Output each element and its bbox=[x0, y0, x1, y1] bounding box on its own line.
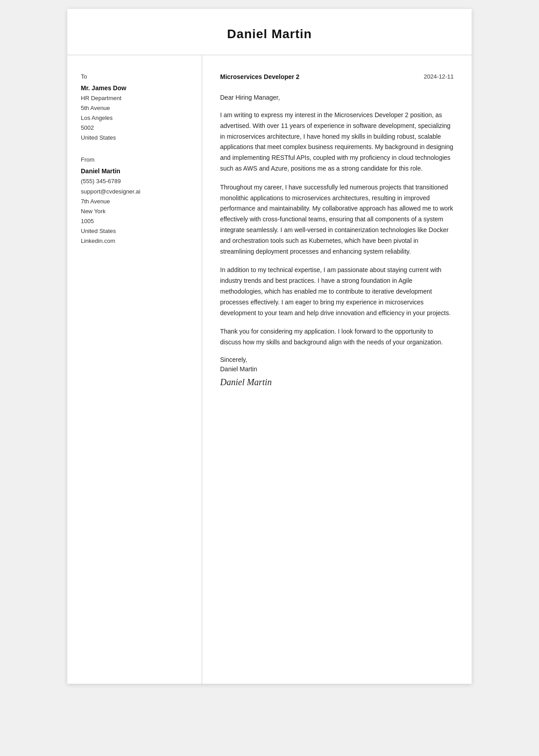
recipient-department: HR Department bbox=[81, 93, 188, 103]
right-header: Microservices Developer 2 2024-12-11 bbox=[220, 73, 454, 80]
recipient-name: Mr. James Dow bbox=[81, 84, 188, 92]
sender-country: United States bbox=[81, 226, 188, 236]
closing-name: Daniel Martin bbox=[220, 365, 454, 373]
recipient-country: United States bbox=[81, 133, 188, 143]
recipient-street: 5th Avenue bbox=[81, 103, 188, 113]
letter-date: 2024-12-11 bbox=[424, 73, 454, 80]
page-header: Daniel Martin bbox=[67, 9, 472, 55]
closing: Sincerely, bbox=[220, 356, 454, 363]
recipient-city: Los Angeles bbox=[81, 113, 188, 123]
paragraph-3: In addition to my technical expertise, I… bbox=[220, 265, 454, 318]
left-column: To Mr. James Dow HR Department 5th Avenu… bbox=[67, 55, 202, 684]
paragraph-2: Throughout my career, I have successfull… bbox=[220, 182, 454, 257]
paragraph-1: I am writing to express my interest in t… bbox=[220, 110, 454, 174]
job-title: Microservices Developer 2 bbox=[220, 73, 300, 80]
sender-email: support@cvdesigner.ai bbox=[81, 187, 188, 197]
signature: Daniel Martin bbox=[220, 377, 454, 387]
sender-phone: (555) 345-6789 bbox=[81, 176, 188, 186]
sender-city: New York bbox=[81, 207, 188, 216]
sender-street: 7th Avenue bbox=[81, 197, 188, 207]
letter-body: To Mr. James Dow HR Department 5th Avenu… bbox=[67, 55, 472, 684]
sender-zip: 1005 bbox=[81, 216, 188, 226]
sender-name: Daniel Martin bbox=[81, 167, 188, 175]
to-label: To bbox=[81, 73, 188, 80]
paragraph-4: Thank you for considering my application… bbox=[220, 326, 454, 348]
from-section: From Daniel Martin (555) 345-6789 suppor… bbox=[81, 156, 188, 246]
cover-letter-page: Daniel Martin To Mr. James Dow HR Depart… bbox=[67, 9, 472, 684]
greeting: Dear Hiring Manager, bbox=[220, 94, 454, 101]
applicant-name: Daniel Martin bbox=[76, 27, 463, 41]
from-label: From bbox=[81, 156, 188, 163]
sender-linkedin: Linkedin.com bbox=[81, 236, 188, 246]
to-section: To Mr. James Dow HR Department 5th Avenu… bbox=[81, 73, 188, 143]
right-column: Microservices Developer 2 2024-12-11 Dea… bbox=[202, 55, 472, 684]
recipient-zip: 5002 bbox=[81, 123, 188, 133]
